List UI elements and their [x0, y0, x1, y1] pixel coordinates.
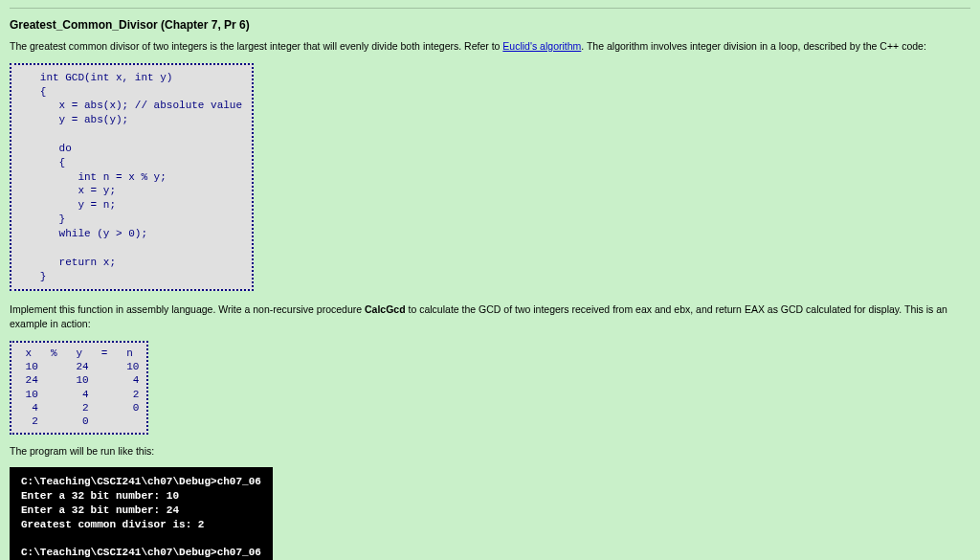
cpp-code-block: int GCD(int x, int y) { x = abs(x); // a…	[10, 63, 254, 292]
page-title: Greatest_Common_Divisor (Chapter 7, Pr 6…	[10, 18, 970, 32]
intro-text-1: The greatest common divisor of two integ…	[10, 40, 502, 52]
intro-paragraph: The greatest common divisor of two integ…	[10, 39, 970, 54]
divider	[10, 8, 970, 9]
intro-text-2: . The algorithm involves integer divisio…	[581, 40, 926, 52]
implement-paragraph: Implement this function in assembly lang…	[10, 302, 970, 330]
trace-table: x % y = n 10 24 10 24 10 4 10 4 2 4 2 0 …	[10, 341, 148, 435]
calcgcd-name: CalcGcd	[365, 303, 406, 315]
console-output: C:\Teaching\CSCI241\ch07\Debug>ch07_06 E…	[10, 467, 273, 560]
euclid-link[interactable]: Euclid's algorithm	[502, 40, 581, 52]
run-label: The program will be run like this:	[10, 444, 970, 459]
implement-text-1: Implement this function in assembly lang…	[10, 303, 365, 315]
